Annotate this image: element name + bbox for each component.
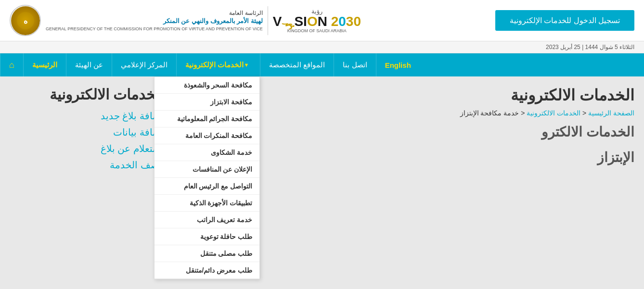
nav-home-label[interactable]: الرئيسية <box>23 53 66 76</box>
main-content: الخدمات الالكترونية الصفحة الرئيسية < ال… <box>0 76 644 185</box>
dropdown-item-7[interactable]: تطبيقات الأجهزة الذكية <box>155 195 259 212</box>
nav-home[interactable]: ⌂ <box>0 53 23 76</box>
service-links: إضافة بلاغ جديد إضافة بيانات استعلام عن … <box>10 110 164 171</box>
dropdown-item-4[interactable]: خدمة الشكاوى <box>155 144 259 161</box>
breadcrumb-current: خدمة مكافحة الإبتزاز <box>460 109 519 117</box>
nav-english[interactable]: English <box>376 53 420 76</box>
nav-media[interactable]: المركز الإعلامي <box>112 53 176 76</box>
header-center: رؤية V𝁰SION 2030 KINGDOM OF SAUDI ARABIA… <box>10 5 361 36</box>
dropdown-arrow-icon: ▼ <box>244 62 249 68</box>
dropdown-item-9[interactable]: طلب حافلة توعوية <box>155 228 259 245</box>
header: تسجيل الدخول للخدمات الإلكترونية رؤية V𝁰… <box>0 0 644 41</box>
dropdown-item-10[interactable]: طلب مصلى متنقل <box>155 245 259 262</box>
service-link-add-report[interactable]: إضافة بلاغ جديد <box>10 110 164 122</box>
org-en: GENERAL PRESIDENCY OF THE COMMISSION FOR… <box>46 26 263 31</box>
service-link-add-data[interactable]: إضافة بيانات <box>10 126 164 138</box>
nav-contact-text: اتصل بنا <box>343 61 367 69</box>
breadcrumb-sep1: < <box>580 109 586 117</box>
dropdown-item-8[interactable]: خدمة تعريف الراتب <box>155 212 259 228</box>
dropdown-item-5[interactable]: الإعلان عن المنافسات <box>155 161 259 178</box>
dropdown-item-1[interactable]: مكافحة الابتزاز <box>155 94 259 111</box>
nav-about-text: عن الهيئة <box>75 61 103 69</box>
nav-contact[interactable]: اتصل بنا <box>334 53 375 76</box>
login-button[interactable]: تسجيل الدخول للخدمات الإلكترونية <box>495 10 634 31</box>
nav-about[interactable]: عن الهيئة <box>66 53 112 76</box>
breadcrumb-sep2: < <box>519 109 525 117</box>
dropdown-item-3[interactable]: مكافحة المنكرات العامة <box>155 127 259 144</box>
service-link-description[interactable]: وصف الخدمة <box>10 159 164 171</box>
breadcrumb-home[interactable]: الصفحة الرئيسية <box>588 109 634 117</box>
logo-circle-icon: ه <box>11 6 40 35</box>
home-icon: ⌂ <box>9 60 14 70</box>
nav-specialized-text: المواقع المتخصصة <box>269 61 325 69</box>
breadcrumb-eservices[interactable]: الخدمات الالكترونية <box>527 109 580 117</box>
svg-text:ه: ه <box>24 17 27 25</box>
content-left: الخدمات الالكترونية إضافة بلاغ جديد إضاف… <box>10 86 164 175</box>
nav-eservices[interactable]: ▼ الخدمات الإلكترونية مكافحة السحر والشع… <box>176 53 260 76</box>
dropdown-item-6[interactable]: التواصل مع الرئيس العام <box>155 178 259 195</box>
header-divider <box>268 6 268 35</box>
nav-home-text: الرئيسية <box>32 61 57 69</box>
header-left: تسجيل الدخول للخدمات الإلكترونية <box>495 10 634 31</box>
nav-media-text: المركز الإعلامي <box>121 61 167 69</box>
org-ar-main: لهيئة الأمر بالمعروف والنهي عن المنكر <box>46 17 263 25</box>
org-logo: ه <box>10 5 41 36</box>
service-link-inquiry[interactable]: استعلام عن بلاغ <box>10 143 164 154</box>
vision-2030: V𝁰SION 2030 <box>273 15 361 28</box>
eservices-dropdown: مكافحة السحر والشعوذة مكافحة الابتزاز مك… <box>154 76 260 279</box>
nav-english-text: English <box>385 61 411 69</box>
org-ar-top: الرئاسة العامة <box>46 10 263 16</box>
dropdown-item-0[interactable]: مكافحة السحر والشعوذة <box>155 77 259 94</box>
nav-eservices-text: الخدمات الإلكترونية <box>185 61 244 69</box>
vision-logo: رؤية V𝁰SION 2030 KINGDOM OF SAUDI ARABIA <box>273 8 361 33</box>
org-info: الرئاسة العامة لهيئة الأمر بالمعروف والن… <box>46 10 263 31</box>
date-text: الثلاثاء 5 شوال 1444 | 25 أبريل 2023 <box>546 44 634 50</box>
navbar: ⌂ الرئيسية عن الهيئة المركز الإعلامي ▼ ا… <box>0 53 644 76</box>
nav-specialized[interactable]: المواقع المتخصصة <box>260 53 334 76</box>
dropdown-item-11[interactable]: طلب معرض دائم/متنقل <box>155 262 259 279</box>
date-bar: الثلاثاء 5 شوال 1444 | 25 أبريل 2023 <box>0 41 644 53</box>
section-title: الخدمات الالكترونية <box>10 86 164 103</box>
vision-subtitle: KINGDOM OF SAUDI ARABIA <box>287 28 347 33</box>
dropdown-item-2[interactable]: مكافحة الجرائم المعلوماتية <box>155 111 259 127</box>
